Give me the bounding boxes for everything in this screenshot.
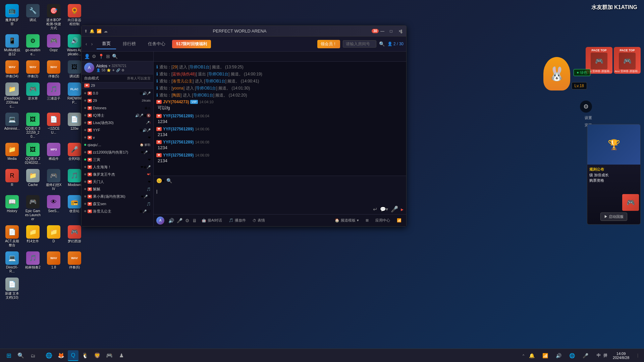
desktop-icon-qqimg322[interactable]: 🖼 QQ图片 322159_20... [23,111,42,140]
sidebar-user-dstones[interactable]: ❤ Dstones 🖥⚠ [82,104,153,112]
nav-forward-btn[interactable]: › [90,41,94,47]
desktop-icon-epic[interactable]: 🎮 Epic Games Launcher [23,194,42,223]
signal-bar-btn[interactable]: 📶 [395,218,404,223]
desktop-icon-cache[interactable]: 📁 Cache [23,168,42,192]
window-maximize-btn[interactable]: □ [387,28,395,34]
sidebar-grid-icon[interactable]: ⊞ [106,54,110,59]
sidebar-user-zz12000[interactable]: ❤ zz12000(场均伤害17) ❤🎤⚠ [82,148,153,156]
desktop-icon-oopz[interactable]: 🎮 Oopz [44,33,63,58]
desktop-icon-wav34[interactable]: WAV 伴奏(34) [3,59,21,80]
tray-volume-icon[interactable]: 🔊 [553,350,564,361]
desktop-icon-act[interactable]: 📄 ACT.吴期整合 [3,224,21,249]
lang-chinese-btn[interactable]: 中 [597,353,601,358]
desktop-icon-unreal[interactable]: 🎯 逆水寒OP检测-快捷方式 [44,3,63,32]
desktop-icon-ff14[interactable]: 🎮 最终幻想XIV [44,168,63,192]
toolbar-mixer-icon[interactable]: ⚙ [185,218,190,223]
taskbar-taskview-btn[interactable]: 🗂 [28,350,38,361]
play-song-btn[interactable]: 🎵 播放件 [227,217,248,224]
desktop-icon-bilibili[interactable]: 📺 魔界网罗罪 [3,3,21,32]
mic-record-btn[interactable]: 🎤 [391,205,398,213]
chat-input-box[interactable]: | [154,185,406,205]
sidebar-user-v[interactable]: ❤ v ❤ [82,134,153,141]
tray-notification-icon[interactable]: 🔔 [526,350,537,361]
tab-ranking[interactable]: 排行榜 [117,39,141,49]
sidebar-user-zhuzu[interactable]: ❤ 魆魆 🎵 [82,185,153,193]
grid-btn[interactable]: ⊞ [364,218,371,223]
settings-gear[interactable]: ⚙ [580,101,592,113]
sidebar-location-icon[interactable]: 📍 [98,54,104,59]
sidebar-user-tianmen[interactable]: ❤ 天门人 ❤ [82,178,153,185]
chat-search-btn[interactable]: 🔍 [166,178,172,183]
desktop-icon-dream[interactable]: 🎮 梦幻西游 [65,224,84,249]
sidebar-user-guoxiao[interactable]: ❤ 果小果(场均伤害36) ❤🎤⚠ [82,193,153,200]
window-nav-btn[interactable]: ⬆ [84,29,88,34]
start-service-btn[interactable]: ▶ 启动国服 [600,213,627,221]
desktop-icon-admin[interactable]: 💻 Administ... [3,111,21,140]
taskbar-extra-btn[interactable]: ♟ [116,350,127,361]
ai-talk-btn[interactable]: 🤖 接AI对话 [200,217,224,224]
desktop-icon-newdoc[interactable]: 📄 新建 文本文档(10) [3,276,21,301]
search-icon[interactable]: 🔍 [379,41,385,47]
desktop-icon-18[interactable]: WAV 1.8 [44,250,63,275]
sidebar-user-luoxue[interactable]: ❤ 洛雪儿公主 🖥🎤⚠! [82,207,153,215]
sidebar-user-rensheng[interactable]: ❤ 人生海海！ ❤🖥🎤 [82,163,153,171]
pace-top-ad-2[interactable]: PACE TOP 🎮 Aioz 雷神兽-原版精... [614,47,641,74]
desktop-icon-debug1[interactable]: 🔧 调试 [23,3,42,32]
channel-template-btn[interactable]: 🏠 频道模板 ▾ [333,217,361,224]
taskbar-brave-btn[interactable]: 🦁 [92,350,103,361]
taskbar-qq-btn[interactable]: Q [68,350,78,361]
toolbar-volume-icon[interactable]: 🔊 [168,218,174,223]
tray-hidden-icons[interactable]: ^ [523,354,524,358]
desktop-icon-wav6[interactable]: WAV 伴奏(6) [65,250,84,275]
sidebar-settings-icon[interactable]: ⚙ [92,54,96,59]
taskbar-search-btn[interactable]: 🔍 [15,350,26,361]
taskbar-penguin-btn[interactable]: 🐧 [80,350,91,361]
nav-back-btn[interactable]: ‹ [84,41,89,47]
taskbar-browser2-btn[interactable]: 🦊 [56,350,66,361]
vip-button[interactable]: 领会员！ [317,40,340,48]
express-btn[interactable]: ⏱ 表情 [251,217,267,224]
desktop-icon-mura[interactable]: 🎵 三浦适子 [44,81,63,110]
toolbar-monitor-icon[interactable]: 🖥 [192,218,197,223]
tab-task[interactable]: 任务中心 [143,39,171,49]
cloud-icon[interactable]: ☁ [104,29,108,34]
desktop-icon-xishu[interactable]: MP3 稀疏件 [44,141,63,166]
desktop-icon-gorealtime[interactable]: ⚙ go-realtime... [23,33,42,58]
tray-signal-icon[interactable]: 📶 [540,350,550,361]
sidebar-user-yyf2[interactable]: ❤ YYF 🖥🔊🎤 [82,126,153,134]
sidebar-user-icon[interactable]: 👤 [84,54,90,59]
taskbar-steam-btn[interactable]: 🎮 [104,350,115,361]
tab-special-promo[interactable]: 517限时回馈福利 [172,40,211,48]
sidebar-user-yyf[interactable]: ❤ 0.0 🖥🔊🎤 [82,89,153,97]
enter-icon[interactable]: ↵ [373,206,377,213]
windows-start-btn[interactable]: ⊞ [3,350,14,361]
sidebar-user-lisa[interactable]: ❤ Lisa(场伤30) 🎤! [82,119,153,126]
sidebar-user-xiangluolong[interactable]: ❤ 像罗龙王牛杰 ❤! [82,171,153,178]
settings-label[interactable]: 设置 [585,115,592,120]
sidebar-user-iq[interactable]: ❤ IQ博士 🔊🎤🖥🔇 [82,112,153,119]
sidebar-user-qiaqiu[interactable]: qiaqiu'... 🏠 解歌 [82,141,153,148]
desktop-icon-d[interactable]: 📁 D [44,224,63,249]
desktop-icon-jziceu[interactable]: 📄 ~!JZiCEU... [44,111,63,140]
desktop-icon-berlin[interactable]: 🎵 柏林独奏2 [23,250,42,275]
taskbar-edge-btn[interactable]: 🌐 [44,350,54,361]
desktop-icon-mumu[interactable]: 📱 MuMu模拟器12 [3,33,21,58]
desktop-icon-ff14file[interactable]: 📁 ff14文件 [23,224,42,249]
signal-icon[interactable]: 📶 [97,29,102,34]
tab-home[interactable]: 首页 [97,39,116,49]
notification-bell[interactable]: 🔔 [90,29,95,34]
desktop-icon-deadlock[interactable]: 📁 [Deadlock] 233Isaac... [3,81,21,110]
room-number-input[interactable] [343,40,376,48]
lang-pinyin-btn[interactable]: 拼 [603,353,607,358]
desktop-icon-nixuihan[interactable]: 🎮 逆水寒 [23,81,42,110]
taskbar-show-desktop-btn[interactable]: │ [633,350,643,361]
tray-mic-icon[interactable]: 🎤 [580,350,591,361]
tray-network-icon[interactable]: 🌐 [567,350,577,361]
desktop-icon-history[interactable]: 📖 History [3,194,21,223]
speech-bubble-btn[interactable]: 💬▾ [380,206,388,212]
window-minimize-btn[interactable]: — [379,28,386,34]
sidebar-search-icon[interactable]: 🔍 [112,54,118,59]
emoji-picker-btn[interactable]: 😊▾ [156,178,164,183]
taskbar-clock[interactable]: 14:09 2024/8/28 [610,352,632,360]
mic-settings-btn[interactable]: ▸ [401,206,404,213]
